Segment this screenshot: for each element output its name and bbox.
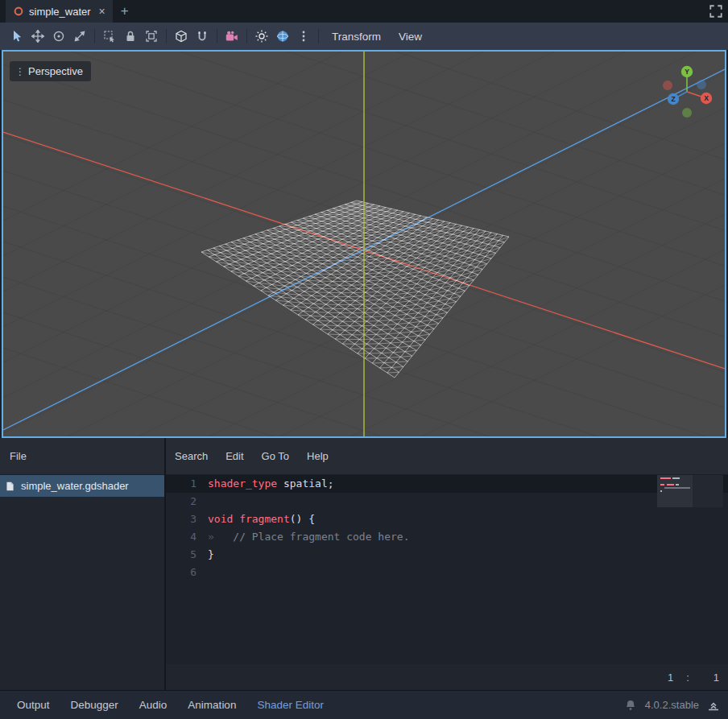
version-label: 4.0.2.stable bbox=[645, 699, 699, 711]
line-number: 1 bbox=[166, 475, 208, 493]
view-menu[interactable]: View bbox=[390, 31, 431, 43]
perspective-dots-icon: ⋮ bbox=[15, 66, 24, 77]
editor-menu-edit[interactable]: Edit bbox=[217, 450, 252, 462]
file-menu[interactable]: File bbox=[0, 450, 36, 462]
snap-tool-button[interactable] bbox=[192, 26, 213, 47]
dock-tab-output[interactable]: Output bbox=[6, 699, 60, 711]
group-selected-button[interactable] bbox=[141, 26, 162, 47]
lock-selected-button[interactable] bbox=[120, 26, 141, 47]
move-tool-button[interactable] bbox=[27, 26, 48, 47]
svg-text:Z: Z bbox=[671, 95, 675, 103]
code-text: » // Place fragment code here. bbox=[208, 528, 409, 546]
lock-icon bbox=[124, 30, 137, 43]
select-cursor-icon bbox=[10, 30, 23, 43]
code-line[interactable]: 3void fragment() { bbox=[166, 510, 728, 528]
line-number: 3 bbox=[166, 510, 208, 528]
tab-close-icon[interactable]: × bbox=[99, 5, 105, 18]
transform-menu[interactable]: Transform bbox=[323, 31, 390, 43]
svg-text:X: X bbox=[704, 94, 709, 102]
toolbar-separator bbox=[217, 29, 217, 43]
notifications-bell-icon[interactable] bbox=[624, 699, 637, 712]
mesh-tool-button[interactable] bbox=[171, 26, 192, 47]
svg-text:Y: Y bbox=[685, 68, 689, 76]
code-text: } bbox=[208, 546, 214, 564]
minimap-visible-region bbox=[657, 475, 693, 507]
toolbar-separator bbox=[166, 29, 167, 43]
scale-icon bbox=[73, 30, 86, 43]
code-minimap[interactable] bbox=[657, 475, 723, 507]
sun-icon bbox=[255, 30, 268, 43]
preview-sun-button[interactable] bbox=[251, 26, 272, 47]
3d-viewport[interactable]: YXZ ⋮ Perspective bbox=[2, 50, 726, 438]
spatial-toolbar: Transform View bbox=[0, 23, 728, 50]
line-number: 4 bbox=[166, 528, 208, 546]
dock-tab-audio[interactable]: Audio bbox=[129, 699, 178, 711]
code-line[interactable]: 5} bbox=[166, 546, 728, 564]
rotate-icon bbox=[52, 30, 65, 43]
camera-icon bbox=[225, 30, 238, 43]
line-number: 6 bbox=[166, 564, 208, 581]
line-number: 5 bbox=[166, 546, 208, 564]
shader-file-icon bbox=[13, 6, 24, 17]
line-number: 2 bbox=[166, 493, 208, 510]
toolbar-separator bbox=[94, 29, 95, 43]
editor-status-bar: 1 : 1 bbox=[166, 664, 728, 690]
cursor-separator: : bbox=[686, 671, 689, 684]
bottom-dock-bar: OutputDebuggerAudioAnimationShader Edito… bbox=[0, 690, 728, 719]
bottom-dock-tabs: OutputDebuggerAudioAnimationShader Edito… bbox=[6, 699, 334, 711]
toolbar-separator bbox=[246, 29, 247, 43]
editor-menu-go-to[interactable]: Go To bbox=[253, 450, 298, 462]
preview-environment-button[interactable] bbox=[272, 26, 293, 47]
viewport-options-button[interactable] bbox=[293, 26, 314, 47]
shader-code-editor: SearchEditGo ToHelp 1shader_type spatial… bbox=[166, 438, 728, 690]
box-select-tool-button[interactable] bbox=[99, 26, 120, 47]
code-line[interactable]: 6 bbox=[166, 564, 728, 581]
file-list-item[interactable]: simple_water.gdshader bbox=[0, 475, 164, 497]
perspective-label: Perspective bbox=[28, 65, 83, 77]
select-tool-button[interactable] bbox=[6, 26, 27, 47]
file-panel-menubar: File bbox=[0, 438, 164, 475]
file-name: simple_water.gdshader bbox=[21, 480, 129, 492]
environment-globe-icon bbox=[276, 30, 289, 43]
code-text: shader_type spatial; bbox=[208, 475, 334, 493]
tab-simple-water[interactable]: simple_water × bbox=[6, 0, 113, 23]
code-text: void fragment() { bbox=[208, 510, 315, 528]
code-line[interactable]: 4» // Place fragment code here. bbox=[166, 528, 728, 546]
editor-menu-help[interactable]: Help bbox=[298, 450, 337, 462]
scale-tool-button[interactable] bbox=[69, 26, 90, 47]
editor-menu-search[interactable]: Search bbox=[166, 450, 217, 462]
snap-magnet-icon bbox=[196, 30, 209, 43]
tab-label: simple_water bbox=[29, 6, 91, 18]
shader-file-panel: File simple_water.gdshader bbox=[0, 438, 166, 690]
editor-menubar: SearchEditGo ToHelp bbox=[166, 438, 728, 475]
toggle-fullscreen-button[interactable] bbox=[709, 4, 723, 19]
code-line[interactable]: 1shader_type spatial; bbox=[166, 475, 728, 493]
cursor-column: 1 bbox=[714, 671, 719, 684]
code-line[interactable]: 2 bbox=[166, 493, 728, 510]
rotate-tool-button[interactable] bbox=[48, 26, 69, 47]
axis-gizmo[interactable]: YXZ bbox=[663, 66, 712, 118]
fullscreen-icon bbox=[709, 4, 723, 19]
more-options-dots-icon bbox=[297, 30, 310, 43]
dock-tab-shader-editor[interactable]: Shader Editor bbox=[246, 699, 334, 711]
perspective-menu-button[interactable]: ⋮ Perspective bbox=[10, 61, 91, 81]
move-icon bbox=[31, 30, 44, 43]
new-tab-button[interactable]: + bbox=[113, 0, 137, 23]
godot-editor-window: simple_water × + bbox=[0, 0, 728, 719]
bottom-bar-right: 4.0.2.stable bbox=[624, 699, 720, 712]
dock-tab-debugger[interactable]: Debugger bbox=[60, 699, 129, 711]
mesh-cube-icon bbox=[175, 30, 188, 43]
box-select-icon bbox=[103, 30, 116, 43]
camera-preview-button[interactable] bbox=[221, 26, 242, 47]
scene-tab-bar: simple_water × + bbox=[0, 0, 728, 23]
shader-editor-panel: File simple_water.gdshader SearchEditGo … bbox=[0, 438, 728, 690]
toolbar-separator bbox=[318, 29, 319, 43]
expand-bottom-panel-icon[interactable] bbox=[707, 699, 720, 712]
cursor-line: 1 bbox=[668, 671, 673, 684]
file-document-icon bbox=[5, 481, 15, 492]
dock-tab-animation[interactable]: Animation bbox=[177, 699, 246, 711]
viewport-scene: YXZ bbox=[3, 52, 725, 436]
shader-file-list: simple_water.gdshader bbox=[0, 475, 164, 690]
water-plane-mesh bbox=[201, 200, 509, 378]
code-area[interactable]: 1shader_type spatial;23void fragment() {… bbox=[166, 475, 728, 664]
